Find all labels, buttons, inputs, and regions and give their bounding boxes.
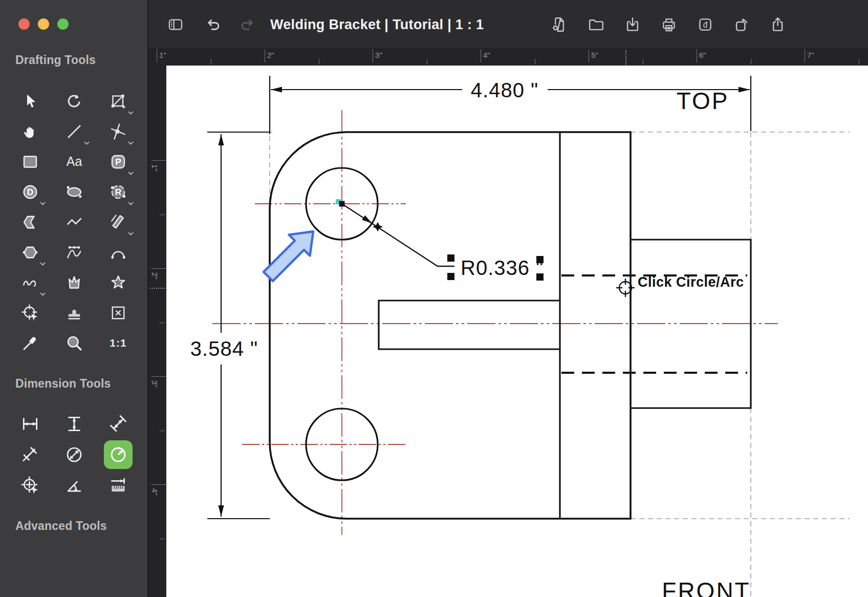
freehand-tool[interactable] xyxy=(8,267,52,297)
folder-icon xyxy=(588,16,605,33)
hatch-tool[interactable] xyxy=(96,207,140,237)
construction-line-tool[interactable] xyxy=(96,116,140,146)
projection-guides xyxy=(215,110,850,597)
polygon-tool[interactable]: P xyxy=(96,146,140,177)
sidebar-toggle-button[interactable] xyxy=(166,15,185,34)
rectangle-tool[interactable] xyxy=(8,146,52,177)
circle-d-glyph: D xyxy=(27,187,33,197)
aligned-dimension-tool[interactable] xyxy=(8,439,52,470)
vertical-dimension-tool[interactable] xyxy=(52,409,96,439)
ruler-label: 7" xyxy=(807,51,814,59)
radius-arrowhead xyxy=(362,215,372,223)
measure-tool[interactable] xyxy=(96,470,140,501)
ruler-tick xyxy=(373,49,373,62)
ruler-label: 3" xyxy=(150,380,159,388)
drawing-canvas[interactable]: 4.480 " 3.584 " R0.336 " xyxy=(166,66,868,597)
diameter-dimension-icon xyxy=(64,445,84,464)
bezier-curve-icon xyxy=(65,243,83,262)
document-title: Welding Bracket | Tutorial | 1 : 1 xyxy=(270,0,484,49)
center-point-handle[interactable] xyxy=(339,201,345,207)
horizontal-dimension-tool[interactable] xyxy=(8,409,52,439)
ellipse-icon xyxy=(65,183,83,201)
eyedropper-icon xyxy=(21,334,39,352)
arc-icon xyxy=(109,243,127,262)
stamp-tool[interactable] xyxy=(52,297,96,328)
drafting-tools-grid: Aa P D xyxy=(8,86,140,358)
app-window: { "window": { "title": "Welding Bracket … xyxy=(0,0,868,597)
tool-sidebar: Drafting Tools xyxy=(0,0,148,597)
chevron-down-icon xyxy=(128,141,134,145)
ruler-tick xyxy=(589,49,589,62)
angular-dimension-tool[interactable] xyxy=(52,470,96,501)
arrow-shape-tool[interactable] xyxy=(8,207,52,237)
redo-button[interactable] xyxy=(238,15,256,34)
import-button[interactable] xyxy=(623,15,642,34)
artboard-button[interactable]: đ xyxy=(696,15,714,34)
redo-icon xyxy=(238,16,256,33)
rotate-canvas-button[interactable] xyxy=(732,15,751,34)
height-dimension-text: 3.584 " xyxy=(190,337,258,360)
ruler-label: 1" xyxy=(159,51,166,59)
eyedropper-tool[interactable] xyxy=(8,328,52,358)
dimension-tools-heading: Dimension Tools xyxy=(15,377,111,391)
minimize-window-button[interactable] xyxy=(38,18,49,30)
ordinate-dimension-tool[interactable] xyxy=(8,470,52,501)
ruler-tick xyxy=(481,49,481,62)
select-tool[interactable] xyxy=(8,86,52,116)
ruler-minor-tick xyxy=(643,59,643,64)
rotate-tool[interactable] xyxy=(52,86,96,116)
page-setup-button[interactable] xyxy=(550,15,569,34)
star-tool[interactable] xyxy=(96,267,140,297)
text-tool[interactable]: Aa xyxy=(52,146,96,177)
polyline-tool[interactable] xyxy=(52,207,96,237)
radius-dimension-icon xyxy=(108,445,128,464)
circle-diameter-tool[interactable]: D xyxy=(8,177,52,207)
printer-icon xyxy=(660,16,678,33)
delete-tool[interactable] xyxy=(96,297,140,328)
zoom-tool[interactable] xyxy=(52,328,96,358)
radius-dimension-tool[interactable] xyxy=(96,439,140,470)
ruler-tick xyxy=(265,49,265,62)
line-tool[interactable] xyxy=(52,116,96,146)
zoom-window-button[interactable] xyxy=(57,18,69,30)
width-dimension-text: 4.480 " xyxy=(471,79,538,101)
rotate-icon xyxy=(65,92,83,111)
selected-tool-highlight xyxy=(104,440,133,469)
front-view-label: FRONT xyxy=(662,578,750,597)
circle-radius-tool[interactable]: R xyxy=(96,177,140,207)
snap-point-tool[interactable] xyxy=(8,297,52,328)
ruler-tick xyxy=(151,160,166,161)
chevron-down-icon xyxy=(40,202,46,205)
cursor-tooltip-text: Click Circle/Arc xyxy=(638,274,744,290)
ruler-minor-tick xyxy=(160,539,165,539)
hand-icon xyxy=(21,122,39,141)
undo-button[interactable] xyxy=(204,15,223,34)
line-icon xyxy=(65,122,83,141)
dimension-tools-grid xyxy=(8,409,140,501)
freehand-icon xyxy=(21,273,39,292)
transform-tool[interactable] xyxy=(96,86,140,116)
stamp-icon xyxy=(65,304,83,322)
pan-tool[interactable] xyxy=(8,116,52,146)
bezier-tool[interactable] xyxy=(52,237,96,267)
hatch-icon xyxy=(109,213,127,231)
snap-target-icon xyxy=(21,304,39,322)
diameter-dimension-tool[interactable] xyxy=(52,439,96,470)
transform-icon xyxy=(109,92,127,111)
closed-shape-tool[interactable] xyxy=(52,267,96,297)
ellipse-tool[interactable] xyxy=(52,177,96,207)
close-window-button[interactable] xyxy=(18,18,30,30)
polygon-p-icon: P xyxy=(109,153,127,171)
diagonal-dimension-tool[interactable] xyxy=(96,409,140,439)
arc-tool[interactable] xyxy=(96,237,140,267)
radius-dimension[interactable]: R0.336 " xyxy=(336,199,544,281)
print-button[interactable] xyxy=(660,15,678,34)
regular-polygon-tool[interactable] xyxy=(8,237,52,267)
ruler-label: 2" xyxy=(150,272,159,280)
ruler-minor-tick xyxy=(751,59,751,64)
share-button[interactable] xyxy=(769,15,787,34)
annotation-arrow xyxy=(264,231,313,281)
height-dimension[interactable]: 3.584 " xyxy=(190,132,270,519)
actual-size-tool[interactable]: 1:1 xyxy=(96,328,140,358)
open-folder-button[interactable] xyxy=(587,15,605,34)
